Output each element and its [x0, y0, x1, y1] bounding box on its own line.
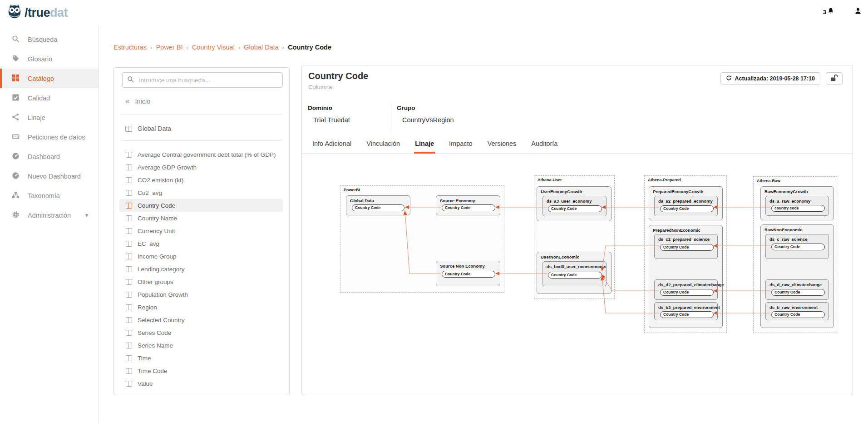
lineage-column-pill[interactable]: Country Code: [660, 205, 714, 212]
group-value: CountryVsRegion: [402, 116, 454, 124]
list-item[interactable]: EC_avg: [119, 237, 283, 250]
sidebar-item-label: Peticiones de datos: [28, 134, 85, 141]
sidebar-item-peticiones[interactable]: Peticiones de datos: [0, 127, 99, 147]
list-item-selected[interactable]: Country Code: [119, 199, 283, 212]
lineage-column-pill[interactable]: Country Code: [660, 289, 714, 296]
lineage-dataset-ds-a2-prepared-economy[interactable]: ds_a2_prepared_economy Country Code: [654, 196, 718, 216]
list-item[interactable]: Series Code: [119, 326, 283, 339]
lineage-dataset-ds-c-raw-science[interactable]: ds_c_raw_science Country Code: [765, 234, 829, 259]
column-icon: [126, 241, 132, 247]
lineage-dataset-ds-d2-prepared-climatechange[interactable]: ds_d2_prepared_climatechange Country Cod…: [654, 279, 718, 300]
lineage-column-pill[interactable]: Country Code: [352, 204, 404, 211]
lineage-dataset-ds-a-raw-economy[interactable]: ds_a_raw_economy country code: [765, 196, 829, 216]
tab-linaje[interactable]: Linaje: [414, 138, 435, 154]
lineage-table-source-non-economy[interactable]: Source Non Economy Country Code: [436, 261, 500, 286]
parent-table-item[interactable]: Global Data: [119, 122, 283, 135]
lineage-table-source-economy[interactable]: Source Economy Country Code: [436, 195, 500, 215]
sidebar-item-label: Nuevo Dashboard: [28, 173, 81, 180]
lineage-column-pill[interactable]: Country Code: [442, 271, 495, 278]
lineage-dataset-ds-d-raw-climatechange[interactable]: ds_d_raw_climatechange Country Code: [765, 279, 829, 300]
sidebar-item-glosario[interactable]: Glosario: [0, 49, 99, 69]
lineage-dataset-ds-c2-prepared-science[interactable]: ds_c2_prepared_science Country Code: [654, 234, 718, 259]
column-icon: [126, 215, 132, 221]
lineage-column-pill[interactable]: Country Code: [660, 244, 714, 251]
lineage-dataset-ds-b-raw-environment[interactable]: ds_b_raw_environment Country Code: [765, 302, 829, 320]
breadcrumb-link-estructuras[interactable]: Estructuras: [113, 44, 147, 51]
lineage-dataset-ds-a3-user-economy[interactable]: ds_a3_user_economy Country Code: [542, 196, 607, 216]
lineage-table-label: UserEconmyGrowth: [541, 189, 582, 194]
lineage-column-pill[interactable]: Country Code: [548, 272, 602, 279]
lineage-table-rawnoneconomic[interactable]: RawNonEconomic ds_c_raw_science Country …: [760, 224, 834, 328]
breadcrumb-link-global-data[interactable]: Global Data: [244, 44, 279, 51]
sidebar-item-label: Glosario: [28, 55, 52, 63]
tab-info-adicional[interactable]: Info Adicional: [311, 138, 352, 154]
field-label: Country Code: [138, 202, 175, 209]
list-item[interactable]: Country Name: [119, 212, 283, 224]
field-label: Other groups: [138, 279, 173, 285]
notifications-button[interactable]: 3: [823, 7, 834, 16]
field-label: Time: [138, 355, 151, 362]
list-item[interactable]: Series Name: [119, 339, 283, 352]
list-item[interactable]: CO2 emision (kt): [119, 174, 283, 186]
lineage-table-preparednoneconomic[interactable]: PreparedNonEconomic ds_c2_prepared_scien…: [649, 225, 723, 328]
list-item[interactable]: Selected Country: [119, 314, 283, 326]
sidebar-item-calidad[interactable]: Calidad: [0, 88, 99, 108]
lineage-column-pill[interactable]: Country Code: [548, 205, 602, 212]
lineage-table-preparedeconmygrowth[interactable]: PreparedEconmyGrowth ds_a2_prepared_econ…: [649, 186, 723, 220]
sidebar-item-linaje[interactable]: Linaje: [0, 108, 99, 127]
lineage-dataset-label: ds_d2_prepared_climatechange: [658, 282, 724, 287]
list-item[interactable]: Other groups: [119, 275, 283, 288]
tab-versiones[interactable]: Versiones: [487, 138, 518, 154]
table-icon: [125, 126, 132, 132]
list-item[interactable]: Currency Unit: [119, 224, 283, 237]
lineage-column-pill[interactable]: Country Code: [660, 311, 714, 318]
lineage-table-raweconomygrowth[interactable]: RawEconomyGrowth ds_a_raw_economy countr…: [760, 186, 834, 220]
list-item[interactable]: Co2_avg: [119, 186, 283, 199]
sidebar-item-nuevo-dashboard[interactable]: Nuevo Dashboard: [0, 166, 99, 186]
list-item[interactable]: Time Code: [119, 364, 283, 377]
lineage-column-pill[interactable]: Country Code: [771, 311, 825, 318]
list-item[interactable]: Time: [119, 352, 283, 364]
lineage-dataset-ds-bcd3-user-noneconomic[interactable]: ds_bcd3_user_noneconomic Country Code: [542, 261, 607, 286]
gauge-icon: [12, 152, 20, 161]
sidebar-item-catalogo[interactable]: Catálogo: [0, 69, 99, 88]
owl-logo-icon: [6, 4, 23, 22]
lineage-column-pill[interactable]: country code: [771, 205, 825, 212]
search-input[interactable]: [138, 76, 278, 84]
list-item[interactable]: Income Group: [119, 250, 283, 263]
list-item[interactable]: Value: [119, 377, 283, 390]
sidebar-item-taxonomia[interactable]: Taxonomía: [0, 186, 99, 205]
lineage-dataset-ds-b2-prepared-environment[interactable]: ds_b2_prepared_environment Country Code: [654, 302, 718, 320]
lineage-column-pill[interactable]: Country Code: [771, 289, 825, 296]
user-menu-button[interactable]: [854, 7, 862, 16]
lineage-column-pill[interactable]: Country Code: [771, 244, 825, 250]
lineage-column-pill[interactable]: Country Code: [442, 204, 495, 211]
list-item[interactable]: Lending category: [119, 263, 283, 275]
tab-vinculacion[interactable]: Vinculación: [365, 138, 401, 154]
unlock-button[interactable]: [826, 72, 843, 85]
lineage-table-usernoneconomic[interactable]: UserNonEconomic ds_bcd3_user_noneconomic…: [537, 252, 612, 294]
lineage-table-usereconmygrowth[interactable]: UserEconmyGrowth ds_a3_user_economy Coun…: [537, 186, 612, 221]
list-item[interactable]: Average Central government debt total (%…: [119, 148, 283, 161]
column-icon: [126, 317, 132, 323]
sidebar-item-busqueda[interactable]: Búsqueda: [0, 30, 99, 49]
column-icon: [126, 152, 132, 158]
refresh-metadata-button[interactable]: Actualizada: 2019-05-28 17:10: [720, 72, 820, 85]
tab-auditoria[interactable]: Auditoría: [530, 138, 558, 154]
sidebar-item-dashboard[interactable]: Dashboard: [0, 147, 99, 166]
list-item[interactable]: Population Growth: [119, 288, 283, 301]
column-icon: [126, 279, 132, 285]
lineage-table-global-data[interactable]: Global Data Country Code: [346, 195, 410, 215]
truedat-logo[interactable]: /truedat: [6, 4, 68, 22]
column-icon: [126, 330, 132, 336]
tab-impacto[interactable]: Impacto: [448, 138, 473, 154]
sidebar-item-administracion[interactable]: Administración ▼: [0, 205, 99, 225]
breadcrumb-link-powerbi[interactable]: Power BI: [156, 44, 183, 51]
breadcrumb-link-country-visual[interactable]: Country Visual: [192, 44, 235, 51]
list-item[interactable]: Average GDP Growth: [119, 161, 283, 174]
breadcrumb: Estructuras › Power BI › Country Visual …: [113, 44, 331, 51]
back-to-inicio-button[interactable]: « Inicio: [125, 98, 150, 105]
structure-detail-panel: Country Code Columna Actualizada: 2019-0…: [301, 65, 853, 395]
column-icon: [126, 177, 132, 183]
list-item[interactable]: Region: [119, 301, 283, 314]
